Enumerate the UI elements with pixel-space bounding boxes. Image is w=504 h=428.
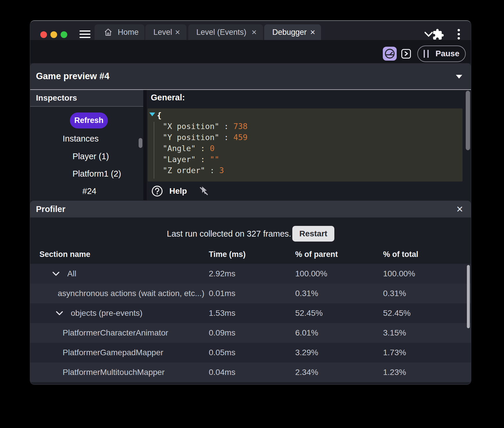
help-icon[interactable] <box>151 185 163 197</box>
desktop: Home Level × Level (Events) × Debugger × <box>0 0 504 428</box>
pause-icon <box>424 50 429 58</box>
profiler-status-text: Last run collected on 327 frames. <box>167 229 291 239</box>
panel-divider <box>143 90 147 200</box>
close-window-button[interactable] <box>40 31 47 38</box>
json-line: "Y position" : 459 <box>163 133 248 142</box>
expand-triangle-icon[interactable] <box>149 113 155 116</box>
chevron-down-icon[interactable] <box>56 311 63 315</box>
inspector-content: Inspectors Refresh Instances Player (1) … <box>30 90 471 200</box>
profiler-toggle-button[interactable] <box>383 47 397 61</box>
gauge-icon <box>384 48 395 59</box>
tab-label: Level (Events) <box>195 28 248 37</box>
inspectors-header: Inspectors <box>30 90 143 107</box>
tab-level[interactable]: Level × <box>145 24 186 40</box>
json-line: "Angle" : 0 <box>163 144 215 153</box>
json-viewer: { "X position" : 738 "Y position" : 459 … <box>148 108 463 182</box>
profiler-title: Profiler <box>30 204 66 214</box>
kebab-menu-icon[interactable] <box>457 29 460 41</box>
table-row[interactable]: PlatformerGamepadMapper 0.05ms 3.29% 1.7… <box>30 343 471 362</box>
table-row[interactable]: PlatformerCharacterAnimator 0.09ms 6.01%… <box>30 323 471 343</box>
general-title: General: <box>151 93 185 102</box>
tab-home[interactable]: Home <box>95 24 144 40</box>
inspectors-scrollbar[interactable] <box>139 138 142 148</box>
profiler-status-row: Last run collected on 327 frames. Restar… <box>30 223 471 245</box>
debugger-toolbar: Pause <box>30 40 471 63</box>
game-preview-header[interactable]: Game preview #4 <box>30 63 471 90</box>
chevron-right-icon <box>404 51 409 57</box>
game-preview-title: Game preview #4 <box>30 71 109 81</box>
profiler-header: Profiler ✕ <box>30 201 471 217</box>
inspectors-panel: Inspectors Refresh Instances Player (1) … <box>30 90 143 200</box>
tab-level-events[interactable]: Level (Events) × <box>188 24 263 40</box>
help-label[interactable]: Help <box>169 186 187 196</box>
tab-bar: Home Level × Level (Events) × Debugger × <box>30 21 471 40</box>
zoom-window-button[interactable] <box>61 31 67 38</box>
inspector-item-platform1[interactable]: Platform1 (2) <box>72 169 121 179</box>
tab-label: Debugger <box>271 28 309 37</box>
tab-label: Home <box>116 28 140 37</box>
help-row: Help <box>151 184 210 198</box>
profiler-body: Last run collected on 327 frames. Restar… <box>30 217 471 385</box>
pause-label: Pause <box>436 49 460 58</box>
column-percent-parent: % of parent <box>295 250 383 259</box>
general-scrollbar[interactable] <box>466 91 470 150</box>
json-value: 3 <box>219 166 224 175</box>
collapse-triangle-icon[interactable] <box>456 75 462 79</box>
inspector-item-instance-24[interactable]: #24 <box>82 186 96 196</box>
table-row[interactable]: objects (pre-events) 1.53ms 52.45% 52.45… <box>30 303 471 323</box>
general-panel: General: { "X position" : 738 "Y positio… <box>147 90 471 200</box>
json-value: 738 <box>233 122 248 131</box>
pick-instance-disabled-icon[interactable] <box>198 185 210 197</box>
table-row[interactable]: All 2.92ms 100.00% 100.00% <box>30 264 471 284</box>
console-button[interactable] <box>401 49 411 59</box>
indent-guide <box>154 122 154 179</box>
json-value: 459 <box>233 133 248 142</box>
pause-button[interactable]: Pause <box>417 46 466 62</box>
json-line: "X position" : 738 <box>163 122 248 131</box>
json-value: "" <box>210 155 220 164</box>
inspector-item-player[interactable]: Player (1) <box>72 152 109 161</box>
profiler-section: Profiler ✕ Last run collected on 327 fra… <box>30 201 471 385</box>
close-icon[interactable]: × <box>309 28 316 37</box>
profiler-table-header: Section name Time (ms) % of parent % of … <box>30 245 471 264</box>
close-icon[interactable]: × <box>250 28 258 37</box>
debugger-window: Home Level × Level (Events) × Debugger × <box>30 20 471 385</box>
close-icon[interactable]: ✕ <box>456 204 471 214</box>
refresh-button[interactable]: Refresh <box>70 113 108 128</box>
inspectors-title: Inspectors <box>30 93 77 103</box>
extensions-puzzle-icon[interactable] <box>432 28 444 41</box>
menu-icon[interactable] <box>79 30 90 39</box>
chevron-down-icon[interactable] <box>52 271 60 276</box>
column-section-name: Section name <box>30 250 209 259</box>
tab-debugger[interactable]: Debugger × <box>264 24 321 40</box>
json-value: 0 <box>210 144 215 153</box>
minimize-window-button[interactable] <box>50 31 57 38</box>
column-percent-total: % of total <box>383 250 471 259</box>
column-time: Time (ms) <box>209 250 295 259</box>
tab-label: Level <box>152 28 174 37</box>
profiler-scrollbar[interactable] <box>467 265 470 328</box>
restart-button[interactable]: Restart <box>292 226 334 242</box>
inspectors-list: Refresh Instances Player (1) Platform1 (… <box>30 107 143 200</box>
close-icon[interactable]: × <box>174 28 182 37</box>
home-icon <box>104 28 113 37</box>
json-line: "Z order" : 3 <box>163 166 224 175</box>
json-line: "Layer" : "" <box>163 155 219 164</box>
inspector-item-instances[interactable]: Instances <box>63 134 99 144</box>
table-row[interactable]: asynchronous actions (wait action, etc..… <box>30 284 471 303</box>
json-open-brace: { <box>157 111 162 120</box>
table-row[interactable]: PlatformerMultitouchMapper 0.04ms 2.34% … <box>30 362 471 382</box>
